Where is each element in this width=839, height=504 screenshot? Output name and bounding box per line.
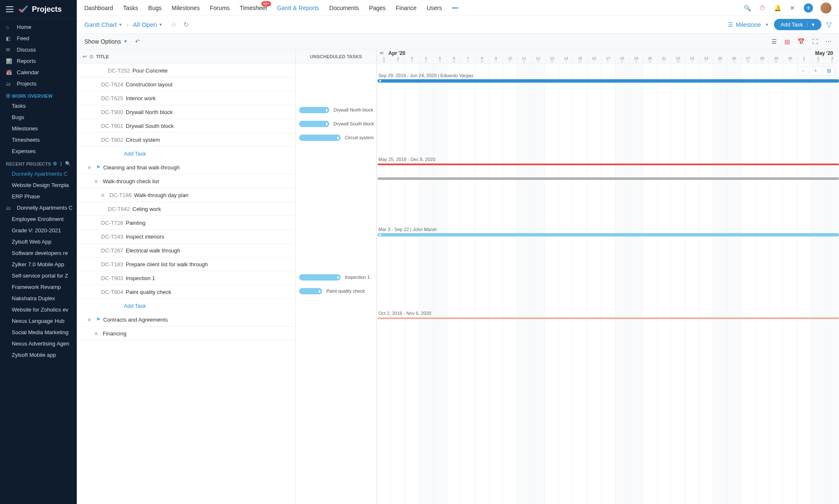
nav-projects[interactable]: 🗂Projects xyxy=(0,78,77,89)
gantt-body[interactable]: Sep 29, 2019 - Jun 24, 2020 | Eduardo Va… xyxy=(377,64,839,504)
task-row[interactable]: DC-T728Painting xyxy=(77,216,295,230)
date-icon[interactable]: 📅 xyxy=(797,38,805,45)
nav-discuss[interactable]: ✉Discuss xyxy=(0,44,77,55)
filter-icon[interactable]: ▽ xyxy=(826,21,831,29)
gantt-bar[interactable] xyxy=(378,79,839,83)
unscheduled-bar[interactable] xyxy=(299,274,341,281)
project-item[interactable]: Zylsoft Web App xyxy=(0,236,77,247)
task-row[interactable]: DC-T252Pour Concrete xyxy=(77,64,295,78)
view-icon[interactable]: ☰ xyxy=(771,38,777,45)
collapse-icon[interactable]: ⊖ xyxy=(94,331,100,336)
task-group[interactable]: ⊖⚑Cleaning and final walk-through xyxy=(77,161,295,174)
search-icon[interactable]: 🔍 xyxy=(743,4,751,12)
tab-bugs[interactable]: Bugs xyxy=(148,5,162,11)
task-row[interactable]: DC-T243Inspect interiors xyxy=(77,230,295,244)
add-task-link[interactable]: Add Task xyxy=(101,303,146,309)
nav-tasks[interactable]: Tasks xyxy=(0,100,77,112)
project-item[interactable]: Software developers re xyxy=(0,247,77,259)
project-item[interactable]: Nexus Advertising Agen xyxy=(0,338,77,349)
nav-calendar[interactable]: 📅Calendar xyxy=(0,67,77,78)
task-row[interactable]: DC-T624Construction layout xyxy=(77,78,295,91)
crumb-all-open[interactable]: All Open▼ xyxy=(133,21,162,28)
nav-timesheets[interactable]: Timesheets xyxy=(0,134,77,145)
milestone-dropdown[interactable]: ☰ Milestone ▼ xyxy=(728,21,769,28)
collapse-icon[interactable]: ⊙ xyxy=(89,54,94,60)
star-icon[interactable]: ☆ xyxy=(171,21,177,29)
unscheduled-bar[interactable] xyxy=(299,288,322,294)
unscheduled-bar[interactable] xyxy=(299,121,329,127)
recent-project[interactable]: ERP Phase xyxy=(0,191,77,202)
add-button[interactable]: + xyxy=(804,3,813,13)
tab-finance[interactable]: Finance xyxy=(396,5,417,11)
tab-milestones[interactable]: Milestones xyxy=(172,5,200,11)
unscheduled-bar[interactable] xyxy=(299,107,329,113)
task-row[interactable]: DC-T900Drywall North block xyxy=(77,105,295,119)
tab-tasks[interactable]: Tasks xyxy=(123,5,138,11)
collapse-icon[interactable]: ⊖ xyxy=(101,193,107,197)
show-options-button[interactable]: Show Options ▼ xyxy=(84,38,128,45)
project-item[interactable]: Website for Zoholics ev xyxy=(0,304,77,315)
gantt-bar[interactable] xyxy=(378,317,839,319)
add-task-link[interactable]: Add Task xyxy=(101,151,146,157)
grid-icon[interactable]: ⊞ xyxy=(827,68,831,74)
tab-dashboard[interactable]: Dashboard xyxy=(84,5,113,11)
recent-project-active[interactable]: Donnelly Apartments C xyxy=(0,168,77,179)
wrap-icon[interactable]: ↩ xyxy=(83,54,87,60)
project-item[interactable]: Nexus Language Hub xyxy=(0,315,77,327)
collapse-icon[interactable]: ⊖ xyxy=(94,179,100,184)
task-row[interactable]: DC-T642Celing work xyxy=(77,202,295,216)
logo[interactable]: Projects xyxy=(18,4,62,14)
project-item[interactable]: Social Media Marketing xyxy=(0,327,77,338)
task-group[interactable]: ⊖⚑Contracts and Agreements xyxy=(77,313,295,327)
tab-users[interactable]: Users xyxy=(427,5,442,11)
expand-icon[interactable]: ⛶ xyxy=(812,38,818,45)
tab-documents[interactable]: Documents xyxy=(329,5,359,11)
nav-expenses[interactable]: Expenses xyxy=(0,145,77,157)
task-row[interactable]: Add Task xyxy=(77,147,295,161)
zoom-in-icon[interactable]: + xyxy=(814,68,817,74)
bell-icon[interactable]: 🔔 xyxy=(774,4,781,12)
timer-icon[interactable]: ⏱ xyxy=(758,4,766,12)
task-group[interactable]: ⊖Financing xyxy=(77,327,295,340)
refresh-icon[interactable]: ↻ xyxy=(183,21,189,29)
nav-home[interactable]: ⌂Home xyxy=(0,21,77,33)
project-item[interactable]: Framework Revamp xyxy=(0,281,77,293)
project-item[interactable]: Zylker 7.0 Mobile App xyxy=(0,259,77,270)
project-item[interactable]: Employee Enrollment xyxy=(0,213,77,225)
task-group[interactable]: ⊖Walk-through check list xyxy=(77,174,295,188)
prev-month-icon[interactable]: ≪ xyxy=(379,50,384,56)
recent-project[interactable]: Website Design Templa xyxy=(0,179,77,191)
task-row[interactable]: DC-T625Interior work xyxy=(77,91,295,105)
task-row[interactable]: DC-T903Inspection 1 xyxy=(77,271,295,285)
task-row[interactable]: DC-T904Paint quality check xyxy=(77,285,295,299)
project-item[interactable]: Grade V: 2020-2021 xyxy=(0,225,77,236)
zoom-out-icon[interactable]: − xyxy=(802,68,805,74)
unscheduled-bar[interactable] xyxy=(299,135,341,141)
task-row[interactable]: ⊖DC-T186Walk-through day plan xyxy=(77,188,295,202)
collapse-icon[interactable]: ⊖ xyxy=(88,165,94,170)
add-task-button[interactable]: Add Task ▾ xyxy=(774,19,821,30)
nav-bugs[interactable]: Bugs xyxy=(0,112,77,123)
more-tabs-icon[interactable]: ••• xyxy=(452,5,459,11)
tab-timesheet[interactable]: Timesheet99+ xyxy=(240,5,267,11)
tab-gantt-reports[interactable]: Gantt & Reports xyxy=(277,5,319,11)
chevron-down-icon[interactable]: ▾ xyxy=(807,21,815,28)
section-work-overview[interactable]: ⦿ WORK OVERVIEW xyxy=(0,89,77,100)
task-row[interactable]: DC-T267Electrical walk through xyxy=(77,244,295,257)
gantt-bar[interactable] xyxy=(378,164,839,165)
tab-forums[interactable]: Forums xyxy=(210,5,229,11)
settings-icon[interactable]: ⚙ xyxy=(53,161,57,166)
project-item[interactable]: Self-service portal for Z xyxy=(0,270,77,281)
critical-path-icon[interactable]: ▤ xyxy=(784,38,790,45)
task-row[interactable]: Add Task xyxy=(77,299,295,313)
undo-icon[interactable]: ↶ xyxy=(135,38,140,45)
nav-milestones[interactable]: Milestones xyxy=(0,123,77,134)
task-row[interactable]: DC-T901Drywall South block xyxy=(77,119,295,133)
nav-feed[interactable]: ◧Feed xyxy=(0,33,77,44)
more-icon[interactable]: ⋯ xyxy=(826,38,831,45)
project-item[interactable]: Nakshatra Duplex xyxy=(0,293,77,304)
search-icon[interactable]: 🔍 xyxy=(65,161,71,166)
avatar[interactable] xyxy=(821,3,831,13)
project-item[interactable]: 🗂Donnelly Apartments C xyxy=(0,202,77,213)
nav-reports[interactable]: 📊Reports xyxy=(0,55,77,67)
